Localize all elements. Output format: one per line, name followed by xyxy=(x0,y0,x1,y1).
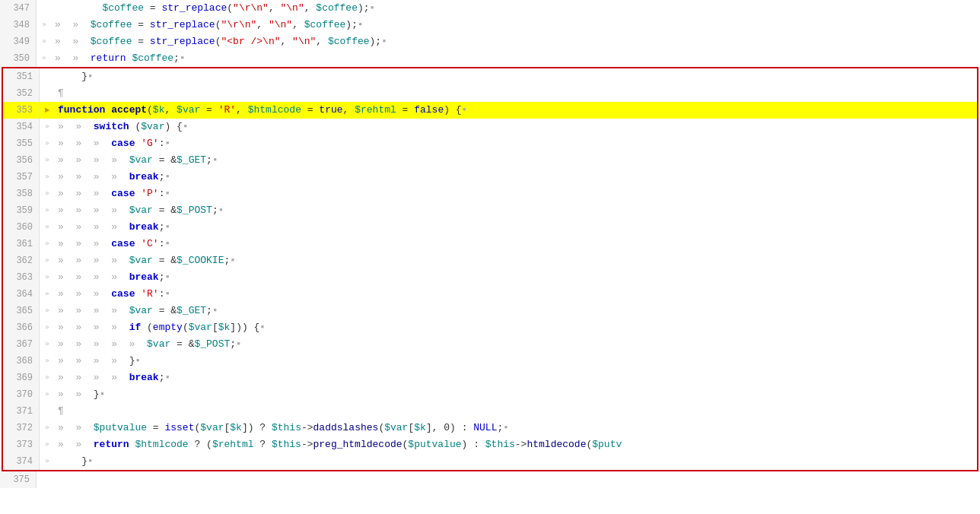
line-number: 351 xyxy=(3,68,40,85)
code-row: 359 » » » » » $var = &$_POST;▪ xyxy=(3,202,977,219)
line-number: 361 xyxy=(3,236,40,252)
arrow: » xyxy=(40,353,55,370)
code-row: 369 » » » » » break;▪ xyxy=(3,370,977,386)
line-number: 349 xyxy=(0,33,37,50)
code-line: » » $coffee = str_replace("\r\n", "\n", … xyxy=(52,17,980,33)
code-row: 355 » » » » case 'G':▪ xyxy=(3,135,977,152)
line-number: 371 xyxy=(3,403,40,420)
arrow: » xyxy=(40,303,55,319)
line-number: 370 xyxy=(3,386,40,403)
code-row: 350 » » » return $coffee;▪ xyxy=(0,50,980,67)
arrow: » xyxy=(40,286,55,303)
line-number: 362 xyxy=(3,252,40,269)
line-number: 369 xyxy=(3,370,40,386)
line-number: 363 xyxy=(3,269,40,286)
code-line: » » » » break;▪ xyxy=(55,370,977,386)
code-row: 351 }▪ xyxy=(3,68,977,85)
arrow: » xyxy=(40,152,55,169)
code-row: 368 » » » » » }▪ xyxy=(3,353,977,370)
code-row: 363 » » » » » break;▪ xyxy=(3,269,977,286)
code-line: ¶ xyxy=(55,403,977,420)
arrow xyxy=(40,85,55,102)
code-line: » » $coffee = str_replace("<br />\n", "\… xyxy=(52,33,980,50)
code-line: function accept($k, $var = 'R', $htmlcod… xyxy=(55,102,977,119)
code-editor: 347 $coffee = str_replace("\r\n", "\n", … xyxy=(0,0,980,514)
pre-border-lines: 347 $coffee = str_replace("\r\n", "\n", … xyxy=(0,0,980,67)
line-number: 375 xyxy=(0,471,37,488)
arrow: » xyxy=(40,420,55,436)
line-number: 373 xyxy=(3,436,40,453)
code-row: 352 ¶ xyxy=(3,85,977,102)
arrow: » xyxy=(40,119,55,135)
arrow: » xyxy=(40,370,55,386)
code-row: 362 » » » » » $var = &$_COOKIE;▪ xyxy=(3,252,977,269)
line-number: 372 xyxy=(3,420,40,436)
code-row: 370 » » » }▪ xyxy=(3,386,977,403)
code-line: » » » » break;▪ xyxy=(55,219,977,236)
line-number: 353 xyxy=(3,102,40,119)
arrow: » xyxy=(40,319,55,336)
code-row: 357 » » » » » break;▪ xyxy=(3,169,977,186)
code-row: 364 » » » » case 'R':▪ xyxy=(3,286,977,303)
arrow: » xyxy=(37,50,52,67)
red-border-section: 351 }▪ 352 ¶ 353 ► function accept($k, $… xyxy=(2,67,978,471)
arrow: » xyxy=(40,436,55,453)
code-row: 356 » » » » » $var = &$_GET;▪ xyxy=(3,152,977,169)
arrow: » xyxy=(40,219,55,236)
code-row: 349 » » » $coffee = str_replace("<br />\… xyxy=(0,33,980,50)
code-line xyxy=(52,471,980,488)
arrow: » xyxy=(40,169,55,186)
code-line: }▪ xyxy=(55,68,977,85)
code-line: }▪ xyxy=(55,453,977,470)
line-number: 364 xyxy=(3,286,40,303)
code-row: 366 » » » » » if (empty($var[$k])) {▪ xyxy=(3,319,977,336)
code-line: » » » case 'G':▪ xyxy=(55,135,977,152)
code-line: » » » » $var = &$_COOKIE;▪ xyxy=(55,252,977,269)
code-line: » » return $coffee;▪ xyxy=(52,50,980,67)
arrow: » xyxy=(40,453,55,470)
code-row-highlighted: 353 ► function accept($k, $var = 'R', $h… xyxy=(3,102,977,119)
code-row: 372 » » » $putvalue = isset($var[$k]) ? … xyxy=(3,420,977,436)
code-row: 347 $coffee = str_replace("\r\n", "\n", … xyxy=(0,0,980,17)
line-number: 374 xyxy=(3,453,40,470)
code-line: » » » » if (empty($var[$k])) {▪ xyxy=(55,319,977,336)
arrow: » xyxy=(40,135,55,152)
arrow: » xyxy=(40,252,55,269)
code-line: » » }▪ xyxy=(55,386,977,403)
code-line: » » » case 'R':▪ xyxy=(55,286,977,303)
line-number: 367 xyxy=(3,336,40,353)
code-line: » » switch ($var) {▪ xyxy=(55,119,977,135)
code-row: 354 » » » switch ($var) {▪ xyxy=(3,119,977,135)
code-line: » » » case 'P':▪ xyxy=(55,186,977,202)
line-number: 358 xyxy=(3,186,40,202)
line-number: 347 xyxy=(0,0,37,17)
line-number: 354 xyxy=(3,119,40,135)
arrow: » xyxy=(40,386,55,403)
code-line: ¶ xyxy=(55,85,977,102)
code-line: » » » case 'C':▪ xyxy=(55,236,977,252)
arrow: » xyxy=(40,202,55,219)
code-row: 365 » » » » » $var = &$_GET;▪ xyxy=(3,303,977,319)
line-number: 352 xyxy=(3,85,40,102)
line-number: 350 xyxy=(0,50,37,67)
code-line: » » » » break;▪ xyxy=(55,169,977,186)
code-row: 374 » }▪ xyxy=(3,453,977,470)
line-number: 360 xyxy=(3,219,40,236)
code-row: 360 » » » » » break;▪ xyxy=(3,219,977,236)
code-row: 367 » » » » » » $var = &$_POST;▪ xyxy=(3,336,977,353)
line-number: 368 xyxy=(3,353,40,370)
code-row: 361 » » » » case 'C':▪ xyxy=(3,236,977,252)
arrow: » xyxy=(40,186,55,202)
line-number: 356 xyxy=(3,152,40,169)
arrow: » xyxy=(40,269,55,286)
arrow xyxy=(40,403,55,420)
code-line: » » » » $var = &$_POST;▪ xyxy=(55,202,977,219)
arrow: » xyxy=(37,17,52,33)
arrow xyxy=(40,68,55,85)
arrow xyxy=(37,0,52,17)
line-number: 365 xyxy=(3,303,40,319)
code-row: 348 » » » $coffee = str_replace("\r\n", … xyxy=(0,17,980,33)
line-number: 359 xyxy=(3,202,40,219)
code-line: » » $putvalue = isset($var[$k]) ? $this-… xyxy=(55,420,977,436)
code-row: 371 ¶ xyxy=(3,403,977,420)
